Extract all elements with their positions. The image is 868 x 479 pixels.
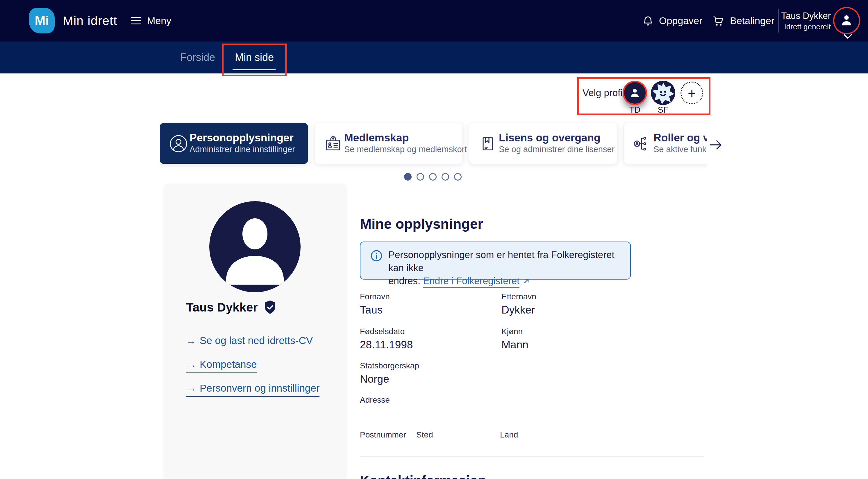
bell-icon bbox=[642, 14, 654, 27]
person-circle-icon bbox=[169, 134, 188, 153]
card-lisens-og-overgang[interactable]: Lisens og overgang Se og administrer din… bbox=[469, 123, 617, 164]
field-fodselsdato: Fødselsdato 28.11.1998 bbox=[360, 327, 413, 351]
card-personopplysninger[interactable]: Personopplysninger Administrer dine inns… bbox=[160, 123, 308, 164]
section-divider bbox=[360, 456, 704, 457]
card-title: Roller og verv bbox=[653, 132, 707, 144]
card-subtitle: Se aktive funksjoner bbox=[653, 144, 707, 154]
carousel-dot[interactable] bbox=[429, 173, 437, 180]
carousel-dot[interactable] bbox=[404, 173, 412, 180]
field-kjonn: Kjønn Mann bbox=[501, 327, 528, 351]
card-title: Personopplysninger bbox=[189, 132, 293, 144]
plus-icon: + bbox=[688, 85, 696, 101]
verified-shield-icon bbox=[263, 300, 277, 315]
person-icon bbox=[209, 201, 301, 292]
payments-button[interactable]: Betalinger bbox=[712, 0, 774, 41]
carousel-dot[interactable] bbox=[441, 173, 449, 180]
profile-initials-td: TD bbox=[623, 105, 647, 115]
field-postnummer: Postnummer bbox=[360, 430, 406, 455]
info-icon bbox=[370, 250, 382, 262]
carousel-dot[interactable] bbox=[454, 173, 462, 180]
menu-label: Meny bbox=[147, 15, 171, 26]
license-icon bbox=[478, 134, 497, 153]
arrow-right-icon bbox=[709, 139, 723, 151]
carousel-next-button[interactable] bbox=[709, 139, 723, 151]
cards-carousel: Personopplysninger Administrer dine inns… bbox=[160, 121, 707, 168]
arrow-icon: → bbox=[186, 382, 196, 394]
card-title: Lisens og overgang bbox=[499, 132, 600, 144]
card-title: Medlemskap bbox=[344, 132, 409, 144]
carousel-dots bbox=[404, 173, 462, 180]
menu-button[interactable]: Meny bbox=[131, 0, 171, 41]
field-statsborgerskap: Statsborgerskap Norge bbox=[360, 361, 419, 386]
sub-navbar: Forside Min side bbox=[0, 41, 868, 73]
tasks-label: Oppgaver bbox=[659, 15, 702, 26]
nav-divider bbox=[778, 9, 779, 33]
brand-title: Min idrett bbox=[63, 0, 117, 41]
roles-icon bbox=[633, 134, 652, 153]
field-etternavn: Etternavn Dykker bbox=[501, 292, 536, 317]
user-block[interactable]: Taus Dykker Idrett generelt bbox=[781, 0, 831, 41]
field-fornavn: Fornavn Taus bbox=[360, 292, 390, 317]
card-roller-og-verv[interactable]: Roller og verv Se aktive funksjoner bbox=[624, 123, 707, 164]
profile-avatar bbox=[209, 201, 301, 292]
arrow-icon: → bbox=[186, 335, 196, 346]
card-subtitle: Se og administrer dine lisenser bbox=[499, 144, 615, 154]
person-icon bbox=[628, 86, 642, 100]
cart-icon bbox=[712, 14, 725, 27]
arrow-icon: → bbox=[186, 358, 196, 370]
user-name: Taus Dykker bbox=[781, 10, 831, 22]
next-section-title: Kontaktinformasjon bbox=[360, 473, 486, 479]
card-subtitle: Administrer dine innstillinger bbox=[189, 144, 295, 154]
link-kompetanse[interactable]: →Kompetanse bbox=[186, 358, 257, 373]
profile-initials-sf: SF bbox=[651, 105, 675, 115]
min-idrett-page: Mi Min idrett Meny Oppgaver Betalinger T… bbox=[0, 0, 868, 479]
link-personvern[interactable]: →Personvern og innstillinger bbox=[186, 382, 319, 397]
field-sted: Sted bbox=[416, 430, 433, 455]
star-face-icon bbox=[651, 81, 675, 105]
member-card-icon bbox=[324, 134, 342, 153]
tab-forside[interactable]: Forside bbox=[180, 41, 215, 73]
user-context: Idrett generelt bbox=[784, 22, 831, 32]
field-land: Land bbox=[500, 430, 518, 455]
link-idretts-cv[interactable]: →Se og last ned idretts-CV bbox=[186, 335, 313, 349]
field-adresse: Adresse bbox=[360, 396, 390, 420]
info-text: Personopplysninger som er hentet fra Fol… bbox=[389, 248, 621, 287]
info-banner: Personopplysninger som er hentet fra Fol… bbox=[360, 242, 631, 280]
min-idrett-logo[interactable]: Mi bbox=[29, 8, 55, 33]
hamburger-icon bbox=[131, 17, 141, 24]
annotation-box-min-side bbox=[222, 43, 287, 76]
annotation-circle-avatar bbox=[833, 7, 860, 34]
card-medlemskap[interactable]: Medlemskap Se medlemskap og medlemskort bbox=[314, 123, 463, 164]
payments-label: Betalinger bbox=[730, 15, 774, 26]
add-profile-button[interactable]: + bbox=[681, 81, 703, 104]
external-link-icon bbox=[522, 277, 530, 285]
folkeregisteret-link[interactable]: Endre i Folkeregisteret bbox=[423, 275, 520, 288]
profile-name: Taus Dykker bbox=[186, 301, 258, 314]
profile-avatar-sf[interactable] bbox=[651, 81, 675, 105]
card-subtitle: Se medlemskap og medlemskort bbox=[344, 144, 467, 154]
carousel-dot[interactable] bbox=[416, 173, 424, 180]
tasks-button[interactable]: Oppgaver bbox=[642, 0, 702, 41]
profile-panel: Taus Dykker →Se og last ned idretts-CV →… bbox=[164, 184, 346, 479]
chevron-down-icon[interactable] bbox=[843, 34, 852, 39]
profile-picker-label: Velg profil: bbox=[583, 88, 627, 98]
top-navbar: Mi Min idrett Meny Oppgaver Betalinger T… bbox=[0, 0, 868, 41]
page-title: Mine opplysninger bbox=[360, 216, 483, 232]
profile-avatar-td[interactable] bbox=[623, 81, 647, 105]
